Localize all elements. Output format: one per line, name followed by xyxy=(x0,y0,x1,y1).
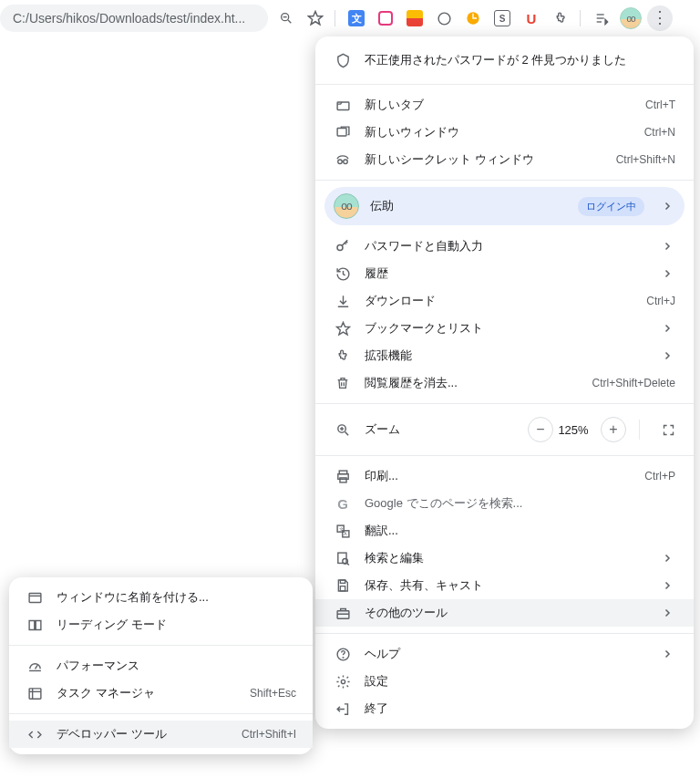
new-incognito-shortcut: Ctrl+Shift+N xyxy=(616,153,675,166)
help-item[interactable]: ヘルプ xyxy=(315,640,694,668)
exit-item[interactable]: 終了 xyxy=(315,695,694,722)
reading-mode-item[interactable]: リーディング モード xyxy=(9,611,313,638)
svg-point-36 xyxy=(341,679,345,683)
svg-marker-9 xyxy=(605,19,608,24)
clear-data-item[interactable]: 閲覧履歴を消去... Ctrl+Shift+Delete xyxy=(315,369,694,397)
extension-icon-3[interactable] xyxy=(402,5,427,31)
extension-translate-icon[interactable]: 文 xyxy=(344,5,369,31)
bookmarks-item[interactable]: ブックマークとリスト xyxy=(315,315,694,342)
passwords-label: パスワードと自動入力 xyxy=(365,238,650,254)
star-icon xyxy=(334,319,352,337)
new-tab-shortcut: Ctrl+T xyxy=(645,99,675,111)
extension-icon-2[interactable] xyxy=(373,5,398,31)
avatar-icon: oo xyxy=(334,193,359,219)
extension-icon-7[interactable]: U xyxy=(519,5,544,31)
svg-rect-31 xyxy=(340,580,345,583)
new-window-item[interactable]: 新しいウィンドウ Ctrl+N xyxy=(315,119,694,146)
performance-item[interactable]: パフォーマンス xyxy=(9,652,313,679)
toolbox-icon xyxy=(334,604,352,622)
key-icon xyxy=(334,237,352,255)
window-icon xyxy=(26,588,44,607)
chevron-right-icon xyxy=(659,607,675,618)
reading-mode-label: リーディング モード xyxy=(57,617,296,633)
fullscreen-button[interactable] xyxy=(655,417,681,442)
zoom-indicator-icon[interactable] xyxy=(273,5,299,31)
profile-avatar-icon[interactable]: oo xyxy=(618,5,643,31)
dev-tools-item[interactable]: デベロッパー ツール Ctrl+Shift+I xyxy=(9,721,313,748)
save-share-label: 保存、共有、キャスト xyxy=(365,577,650,594)
url-bar[interactable]: C:/Users/hikos/Downloads/test/index.ht..… xyxy=(0,5,268,32)
zoom-icon xyxy=(334,420,352,439)
main-menu-button[interactable]: ⋮ xyxy=(647,5,673,31)
new-incognito-item[interactable]: 新しいシークレット ウィンドウ Ctrl+Shift+N xyxy=(315,146,694,173)
search-page-icon xyxy=(334,549,352,567)
svg-point-4 xyxy=(438,13,450,25)
zoom-separator xyxy=(639,420,640,440)
svg-rect-10 xyxy=(337,101,349,109)
chevron-right-icon xyxy=(659,648,675,659)
performance-label: パフォーマンス xyxy=(57,658,296,674)
extensions-item[interactable]: 拡張機能 xyxy=(315,342,694,369)
extension-icon-6[interactable]: S xyxy=(489,5,515,31)
google-search-label: Google でこのページを検索... xyxy=(365,495,675,512)
dev-tools-shortcut: Ctrl+Shift+I xyxy=(242,728,296,741)
profile-item[interactable]: oo 伝助 ログイン中 xyxy=(324,187,685,225)
more-tools-item[interactable]: その他のツール xyxy=(315,599,694,627)
zoom-in-button[interactable]: + xyxy=(601,417,626,442)
zoom-value: 125% xyxy=(553,423,593,437)
svg-line-39 xyxy=(35,665,37,669)
chevron-right-icon xyxy=(659,553,675,564)
translate-item[interactable]: 文A 翻訳... xyxy=(315,517,694,545)
password-warning-label: 不正使用されたパスワードが 2 件見つかりました xyxy=(365,52,675,68)
password-warning-item[interactable]: 不正使用されたパスワードが 2 件見つかりました xyxy=(315,43,694,78)
more-tools-label: その他のツール xyxy=(365,605,650,621)
media-control-icon[interactable] xyxy=(589,5,614,31)
code-icon xyxy=(26,725,44,743)
zoom-label: ズーム xyxy=(365,421,520,438)
clear-data-shortcut: Ctrl+Shift+Delete xyxy=(592,377,675,389)
download-icon xyxy=(334,292,352,310)
incognito-icon xyxy=(334,150,352,169)
gear-icon xyxy=(334,672,352,690)
exit-icon xyxy=(334,700,352,718)
tab-icon xyxy=(334,96,352,114)
clear-data-label: 閲覧履歴を消去... xyxy=(365,375,592,391)
name-window-label: ウィンドウに名前を付ける... xyxy=(57,589,296,606)
translate-icon: 文A xyxy=(334,522,352,540)
svg-point-15 xyxy=(337,245,343,251)
browser-toolbar: C:/Users/hikos/Downloads/test/index.ht..… xyxy=(0,0,700,36)
new-window-label: 新しいウィンドウ xyxy=(365,124,644,140)
name-window-item[interactable]: ウィンドウに名前を付ける... xyxy=(9,584,313,611)
history-item[interactable]: 履歴 xyxy=(315,260,694,287)
bookmark-star-icon[interactable] xyxy=(303,5,328,31)
passwords-item[interactable]: パスワードと自動入力 xyxy=(315,233,694,260)
settings-item[interactable]: 設定 xyxy=(315,668,694,695)
svg-line-1 xyxy=(288,20,291,23)
google-search-item[interactable]: G Google でこのページを検索... xyxy=(315,490,694,517)
history-icon xyxy=(334,265,352,283)
task-manager-item[interactable]: タスク マネージャ Shift+Esc xyxy=(9,679,313,707)
task-manager-label: タスク マネージャ xyxy=(57,685,250,701)
extensions-puzzle-icon[interactable] xyxy=(548,5,573,31)
window-icon xyxy=(334,123,352,141)
svg-rect-41 xyxy=(29,688,41,698)
svg-text:文: 文 xyxy=(338,525,343,531)
print-item[interactable]: 印刷... Ctrl+P xyxy=(315,462,694,490)
menu-separator xyxy=(315,403,694,404)
extension-icon-4[interactable] xyxy=(431,5,457,31)
find-edit-item[interactable]: 検索と編集 xyxy=(315,545,694,572)
svg-point-12 xyxy=(338,160,343,164)
help-label: ヘルプ xyxy=(365,646,650,662)
svg-line-18 xyxy=(345,431,348,435)
chevron-right-icon xyxy=(659,323,675,334)
new-tab-item[interactable]: 新しいタブ Ctrl+T xyxy=(315,91,694,119)
chrome-main-menu: 不正使用されたパスワードが 2 件見つかりました 新しいタブ Ctrl+T 新し… xyxy=(315,36,694,729)
svg-rect-33 xyxy=(337,610,349,618)
zoom-out-button[interactable]: − xyxy=(528,417,553,442)
login-status-badge: ログイン中 xyxy=(578,197,644,216)
save-share-item[interactable]: 保存、共有、キャスト xyxy=(315,572,694,599)
extension-icon-5[interactable] xyxy=(460,5,486,31)
history-label: 履歴 xyxy=(365,265,650,282)
toolbar-separator xyxy=(335,10,335,26)
downloads-item[interactable]: ダウンロード Ctrl+J xyxy=(315,287,694,315)
